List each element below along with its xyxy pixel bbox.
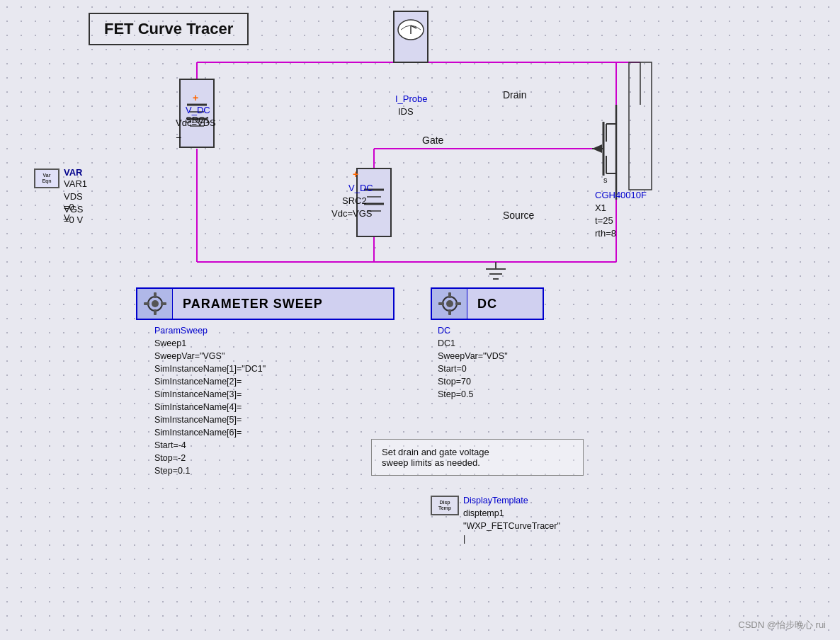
param-sweep-title: PARAMETER SWEEP — [173, 297, 323, 312]
src1-plus: + — [193, 92, 198, 103]
dc-sweep-var: SweepVar="VDS" — [438, 350, 508, 362]
drain-label: Drain — [503, 89, 526, 101]
title-box: FET Curve Tracer — [89, 13, 249, 45]
var-icon: Var Eqn — [34, 168, 59, 188]
param-sim5: SimInstanceName[5]= — [154, 413, 266, 426]
dc-title: DC — [467, 297, 497, 312]
param-sim3: SimInstanceName[3]= — [154, 388, 266, 401]
disp-temp-icon: Disp Temp — [431, 496, 459, 515]
param-sweep-var: SweepVar="VGS" — [154, 350, 266, 362]
param-sim4: SimInstanceName[4]= — [154, 401, 266, 413]
note-box: Set drain and gate voltage sweep limits … — [371, 439, 584, 476]
iprobe-label: I_Probe — [395, 93, 428, 104]
disp-label: DisplayTemplate — [463, 494, 560, 507]
svg-marker-37 — [592, 144, 602, 153]
svg-point-49 — [446, 300, 453, 307]
note-line2: sweep limits as needed. — [382, 457, 573, 468]
fet-s-label: s — [603, 176, 608, 184]
note-line1: Set drain and gate voltage — [382, 447, 573, 457]
src1-minus: − — [176, 132, 181, 143]
svg-rect-51 — [448, 309, 451, 315]
dc-stop: Stop=70 — [438, 375, 508, 388]
param-stop: Stop=-2 — [154, 452, 266, 464]
svg-point-43 — [152, 300, 159, 307]
dc-text: DC DC1 SweepVar="VDS" Start=0 Stop=70 St… — [438, 324, 508, 401]
dc-box: DC — [431, 287, 544, 320]
watermark: CSDN @怡步晚心 rui — [738, 619, 826, 632]
iprobe-ids: IDS — [398, 106, 414, 117]
src1-vdc-label: V_DC — [186, 105, 210, 115]
param-comp: ParamSweep — [154, 324, 266, 337]
dc-step: Step=0.5 — [438, 388, 508, 401]
page-title: FET Curve Tracer — [104, 20, 233, 38]
svg-rect-44 — [154, 292, 157, 298]
svg-rect-52 — [438, 302, 444, 305]
svg-point-16 — [398, 20, 424, 40]
svg-line-18 — [411, 25, 416, 28]
dc-comp: DC — [438, 324, 508, 337]
gate-label: Gate — [422, 135, 443, 146]
svg-rect-50 — [448, 292, 451, 298]
src2-vdc-text: Vdc=VGS — [331, 208, 372, 219]
svg-rect-45 — [154, 309, 157, 315]
var-vgs: VGS =0 V — [64, 204, 83, 225]
fet-x1: X1 — [595, 202, 606, 213]
svg-rect-15 — [394, 11, 428, 62]
dc-name: DC1 — [438, 337, 508, 350]
param-sim2: SimInstanceName[2]= — [154, 375, 266, 388]
param-sweep-box: PARAMETER SWEEP — [136, 287, 395, 320]
dc-start: Start=0 — [438, 362, 508, 375]
svg-rect-46 — [144, 302, 149, 305]
src1-vdc-text: Vdc=VDS — [176, 118, 216, 128]
param-sweep-icon — [137, 289, 173, 319]
param-sweep-text: ParamSweep Sweep1 SweepVar="VGS" SimInst… — [154, 324, 266, 477]
src2-vdc-label: V_DC — [348, 183, 373, 193]
param-step: Step=0.1 — [154, 464, 266, 477]
param-sim1: SimInstanceName[1]="DC1" — [154, 362, 266, 375]
param-start: Start=-4 — [154, 439, 266, 452]
disp-text: DisplayTemplate disptemp1 "WXP_FETCurveT… — [463, 494, 560, 545]
svg-rect-41 — [629, 62, 652, 190]
fet-t: t=25 — [595, 215, 613, 226]
disp-name: disptemp1 — [463, 507, 560, 520]
var-type: VAR — [64, 167, 82, 178]
dc-icon — [432, 289, 467, 319]
disp-value: "WXP_FETCurveTracer" — [463, 520, 560, 532]
var-name: VAR1 — [64, 178, 87, 189]
svg-rect-53 — [455, 302, 461, 305]
param-sim6: SimInstanceName[6]= — [154, 426, 266, 439]
param-name: Sweep1 — [154, 337, 266, 350]
svg-rect-47 — [161, 302, 166, 305]
fet-rth: rth=8 — [595, 228, 616, 239]
src2-name-text: SRC2 — [342, 195, 367, 206]
source-label: Source — [503, 210, 534, 221]
fet-model: CGH40010F — [595, 190, 647, 200]
src2-plus: + — [353, 168, 358, 180]
